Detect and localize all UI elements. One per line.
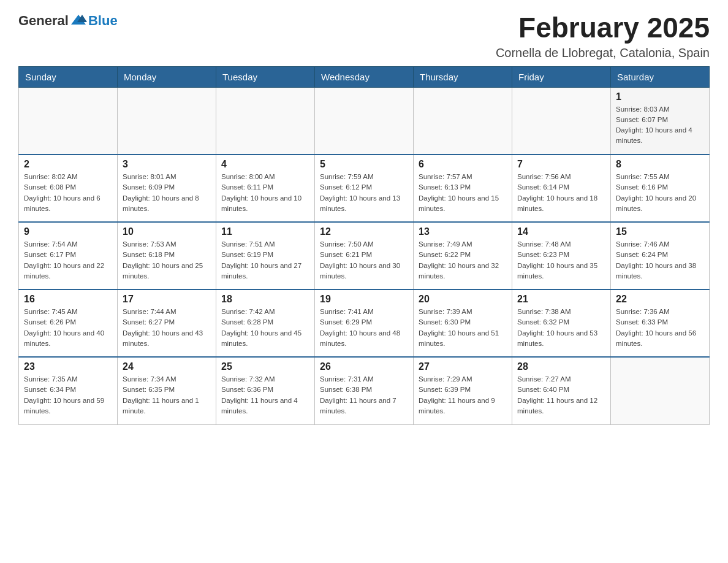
calendar-day-cell: 12Sunrise: 7:50 AM Sunset: 6:21 PM Dayli… <box>315 222 414 289</box>
day-info: Sunrise: 7:38 AM Sunset: 6:32 PM Dayligh… <box>517 307 605 349</box>
day-of-week-header: Friday <box>512 66 611 87</box>
day-number: 20 <box>419 294 507 305</box>
day-number: 28 <box>517 361 605 372</box>
day-number: 3 <box>123 159 211 170</box>
day-number: 15 <box>616 226 704 237</box>
calendar-day-cell: 18Sunrise: 7:42 AM Sunset: 6:28 PM Dayli… <box>216 289 315 357</box>
day-number: 9 <box>24 226 112 237</box>
calendar-day-cell: 8Sunrise: 7:55 AM Sunset: 6:16 PM Daylig… <box>611 155 710 222</box>
calendar-day-cell: 7Sunrise: 7:56 AM Sunset: 6:14 PM Daylig… <box>512 155 611 222</box>
day-info: Sunrise: 7:42 AM Sunset: 6:28 PM Dayligh… <box>221 307 309 349</box>
calendar-day-cell <box>118 87 216 155</box>
day-info: Sunrise: 7:35 AM Sunset: 6:34 PM Dayligh… <box>24 374 112 416</box>
calendar-day-cell: 6Sunrise: 7:57 AM Sunset: 6:13 PM Daylig… <box>414 155 512 222</box>
calendar-table: SundayMondayTuesdayWednesdayThursdayFrid… <box>18 66 710 425</box>
calendar-day-cell: 19Sunrise: 7:41 AM Sunset: 6:29 PM Dayli… <box>315 289 414 357</box>
calendar-day-cell: 20Sunrise: 7:39 AM Sunset: 6:30 PM Dayli… <box>414 289 512 357</box>
calendar-day-cell: 17Sunrise: 7:44 AM Sunset: 6:27 PM Dayli… <box>118 289 216 357</box>
day-info: Sunrise: 7:44 AM Sunset: 6:27 PM Dayligh… <box>123 307 211 349</box>
day-number: 13 <box>419 226 507 237</box>
calendar-day-cell: 21Sunrise: 7:38 AM Sunset: 6:32 PM Dayli… <box>512 289 611 357</box>
day-info: Sunrise: 8:03 AM Sunset: 6:07 PM Dayligh… <box>616 104 704 147</box>
day-number: 17 <box>123 294 211 305</box>
calendar-day-cell: 15Sunrise: 7:46 AM Sunset: 6:24 PM Dayli… <box>611 222 710 289</box>
calendar-week-row: 23Sunrise: 7:35 AM Sunset: 6:34 PM Dayli… <box>19 357 710 424</box>
day-info: Sunrise: 7:41 AM Sunset: 6:29 PM Dayligh… <box>320 307 408 349</box>
day-number: 19 <box>320 294 408 305</box>
calendar-week-row: 9Sunrise: 7:54 AM Sunset: 6:17 PM Daylig… <box>19 222 710 289</box>
day-number: 21 <box>517 294 605 305</box>
day-number: 12 <box>320 226 408 237</box>
calendar-week-row: 1Sunrise: 8:03 AM Sunset: 6:07 PM Daylig… <box>19 87 710 155</box>
calendar-day-cell: 11Sunrise: 7:51 AM Sunset: 6:19 PM Dayli… <box>216 222 315 289</box>
calendar-day-cell <box>611 357 710 424</box>
day-number: 5 <box>320 159 408 170</box>
day-number: 22 <box>616 294 704 305</box>
day-of-week-header: Wednesday <box>315 66 414 87</box>
calendar-subtitle: Cornella de Llobregat, Catalonia, Spain <box>496 46 710 60</box>
day-number: 16 <box>24 294 112 305</box>
calendar-day-cell <box>216 87 315 155</box>
day-info: Sunrise: 7:54 AM Sunset: 6:17 PM Dayligh… <box>24 239 112 282</box>
calendar-day-cell: 14Sunrise: 7:48 AM Sunset: 6:23 PM Dayli… <box>512 222 611 289</box>
day-number: 2 <box>24 159 112 170</box>
day-info: Sunrise: 7:46 AM Sunset: 6:24 PM Dayligh… <box>616 239 704 282</box>
logo-text-blue: Blue <box>88 13 118 29</box>
day-info: Sunrise: 7:49 AM Sunset: 6:22 PM Dayligh… <box>419 239 507 282</box>
day-info: Sunrise: 7:57 AM Sunset: 6:13 PM Dayligh… <box>419 172 507 214</box>
day-info: Sunrise: 7:36 AM Sunset: 6:33 PM Dayligh… <box>616 307 704 349</box>
calendar-title: February 2025 <box>496 12 710 44</box>
day-info: Sunrise: 7:34 AM Sunset: 6:35 PM Dayligh… <box>123 374 211 416</box>
calendar-day-cell <box>19 87 118 155</box>
day-number: 23 <box>24 361 112 372</box>
calendar-day-cell: 22Sunrise: 7:36 AM Sunset: 6:33 PM Dayli… <box>611 289 710 357</box>
day-info: Sunrise: 7:32 AM Sunset: 6:36 PM Dayligh… <box>221 374 309 416</box>
day-info: Sunrise: 8:00 AM Sunset: 6:11 PM Dayligh… <box>221 172 309 214</box>
day-number: 10 <box>123 226 211 237</box>
logo-icon <box>70 12 87 29</box>
calendar-week-row: 2Sunrise: 8:02 AM Sunset: 6:08 PM Daylig… <box>19 155 710 222</box>
day-number: 6 <box>419 159 507 170</box>
day-info: Sunrise: 7:56 AM Sunset: 6:14 PM Dayligh… <box>517 172 605 214</box>
calendar-day-cell: 13Sunrise: 7:49 AM Sunset: 6:22 PM Dayli… <box>414 222 512 289</box>
day-info: Sunrise: 8:02 AM Sunset: 6:08 PM Dayligh… <box>24 172 112 214</box>
day-info: Sunrise: 7:29 AM Sunset: 6:39 PM Dayligh… <box>419 374 507 416</box>
day-number: 1 <box>616 91 704 102</box>
day-info: Sunrise: 7:50 AM Sunset: 6:21 PM Dayligh… <box>320 239 408 282</box>
calendar-week-row: 16Sunrise: 7:45 AM Sunset: 6:26 PM Dayli… <box>19 289 710 357</box>
day-info: Sunrise: 7:31 AM Sunset: 6:38 PM Dayligh… <box>320 374 408 416</box>
day-of-week-header: Saturday <box>611 66 710 87</box>
calendar-day-cell: 27Sunrise: 7:29 AM Sunset: 6:39 PM Dayli… <box>414 357 512 424</box>
calendar-day-cell: 9Sunrise: 7:54 AM Sunset: 6:17 PM Daylig… <box>19 222 118 289</box>
day-of-week-header: Monday <box>118 66 216 87</box>
day-info: Sunrise: 7:53 AM Sunset: 6:18 PM Dayligh… <box>123 239 211 282</box>
title-block: February 2025 Cornella de Llobregat, Cat… <box>496 12 710 60</box>
calendar-day-cell: 23Sunrise: 7:35 AM Sunset: 6:34 PM Dayli… <box>19 357 118 424</box>
day-info: Sunrise: 7:45 AM Sunset: 6:26 PM Dayligh… <box>24 307 112 349</box>
day-number: 26 <box>320 361 408 372</box>
calendar-day-cell: 26Sunrise: 7:31 AM Sunset: 6:38 PM Dayli… <box>315 357 414 424</box>
day-number: 11 <box>221 226 309 237</box>
day-info: Sunrise: 7:59 AM Sunset: 6:12 PM Dayligh… <box>320 172 408 214</box>
calendar-day-cell <box>512 87 611 155</box>
calendar-day-cell: 2Sunrise: 8:02 AM Sunset: 6:08 PM Daylig… <box>19 155 118 222</box>
day-number: 24 <box>123 361 211 372</box>
day-number: 7 <box>517 159 605 170</box>
header-row: SundayMondayTuesdayWednesdayThursdayFrid… <box>19 66 710 87</box>
day-info: Sunrise: 7:27 AM Sunset: 6:40 PM Dayligh… <box>517 374 605 416</box>
calendar-day-cell <box>414 87 512 155</box>
day-number: 14 <box>517 226 605 237</box>
calendar-day-cell <box>315 87 414 155</box>
day-info: Sunrise: 7:55 AM Sunset: 6:16 PM Dayligh… <box>616 172 704 214</box>
calendar-day-cell: 4Sunrise: 8:00 AM Sunset: 6:11 PM Daylig… <box>216 155 315 222</box>
calendar-day-cell: 28Sunrise: 7:27 AM Sunset: 6:40 PM Dayli… <box>512 357 611 424</box>
calendar-day-cell: 3Sunrise: 8:01 AM Sunset: 6:09 PM Daylig… <box>118 155 216 222</box>
day-number: 25 <box>221 361 309 372</box>
day-number: 4 <box>221 159 309 170</box>
day-of-week-header: Tuesday <box>216 66 315 87</box>
day-number: 18 <box>221 294 309 305</box>
page-header: General Blue February 2025 Cornella de L… <box>18 12 710 60</box>
day-of-week-header: Thursday <box>414 66 512 87</box>
day-number: 8 <box>616 159 704 170</box>
logo: General Blue <box>18 12 118 29</box>
